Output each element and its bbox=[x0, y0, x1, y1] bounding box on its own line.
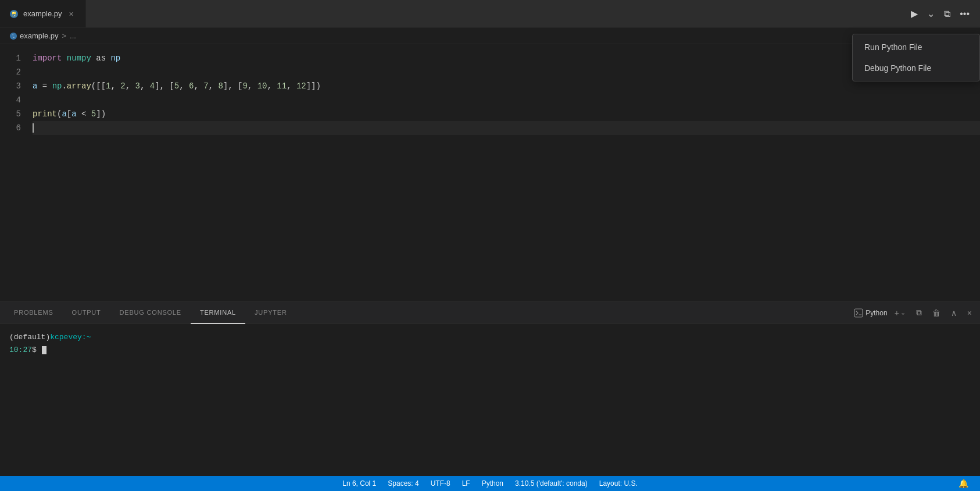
tab-jupyter[interactable]: JUPYTER bbox=[245, 302, 296, 324]
terminal-cursor bbox=[42, 346, 47, 354]
terminal-space bbox=[37, 344, 41, 357]
panel-right-actions: Python + ⌄ ⧉ 🗑 ∧ × bbox=[854, 305, 975, 320]
status-layout[interactable]: Layout: U.S. bbox=[593, 476, 643, 491]
tab-problems[interactable]: PROBLEMS bbox=[5, 302, 63, 324]
run-button[interactable]: ▶ bbox=[907, 6, 921, 22]
panel-tab-bar: PROBLEMS OUTPUT DEBUG CONSOLE TERMINAL J… bbox=[0, 302, 980, 324]
add-chevron-icon: ⌄ bbox=[900, 309, 906, 316]
svg-rect-6 bbox=[854, 309, 863, 317]
breadcrumb: example.py > ... bbox=[0, 28, 980, 44]
editor-area: 1 2 3 4 5 6 import numpy as np a bbox=[0, 44, 980, 301]
code-line-4 bbox=[33, 93, 980, 107]
svg-point-5 bbox=[13, 37, 14, 37]
breadcrumb-separator: > bbox=[62, 31, 66, 40]
tab-debug-console[interactable]: DEBUG CONSOLE bbox=[110, 302, 191, 324]
breadcrumb-python-icon bbox=[9, 32, 17, 40]
tab-list: example.py × bbox=[0, 0, 86, 27]
chevron-down-icon: ⌄ bbox=[927, 8, 935, 19]
close-panel-button[interactable]: × bbox=[964, 306, 975, 320]
terminal-content[interactable]: (default) kcpevey:~ 10:27 $ bbox=[0, 324, 980, 476]
tab-terminal[interactable]: TERMINAL bbox=[191, 302, 245, 324]
code-content[interactable]: import numpy as np a = np . array ([[ 1 … bbox=[28, 44, 980, 301]
svg-point-3 bbox=[10, 32, 17, 39]
code-line-5: print ( a [ a < 5 ]) bbox=[33, 107, 980, 121]
code-line-6[interactable] bbox=[33, 121, 980, 135]
tab-close-button[interactable]: × bbox=[66, 8, 76, 20]
toolbar-right: ▶ ⌄ ⧉ ••• Run Python File Debug Python F… bbox=[907, 6, 980, 22]
line-numbers: 1 2 3 4 5 6 bbox=[0, 44, 28, 301]
bottom-panel: PROBLEMS OUTPUT DEBUG CONSOLE TERMINAL J… bbox=[0, 301, 980, 476]
status-items: Ln 6, Col 1 Spaces: 4 UTF-8 LF Python 3.… bbox=[337, 476, 643, 491]
svg-point-1 bbox=[13, 12, 13, 12]
run-icon: ▶ bbox=[911, 8, 918, 19]
breadcrumb-ellipsis[interactable]: ... bbox=[70, 31, 76, 40]
trash-icon: 🗑 bbox=[932, 308, 940, 318]
close-icon: × bbox=[967, 308, 972, 318]
python-file-icon bbox=[9, 9, 19, 19]
status-spaces[interactable]: Spaces: 4 bbox=[382, 476, 424, 491]
keyword-import: import bbox=[33, 51, 62, 65]
code-line-1: import numpy as np bbox=[33, 51, 980, 65]
more-icon: ••• bbox=[960, 9, 970, 19]
alias-np: np bbox=[110, 51, 120, 65]
up-icon: ∧ bbox=[951, 308, 957, 318]
tab-filename: example.py bbox=[23, 9, 62, 18]
status-right: 🔔 bbox=[954, 479, 973, 488]
terminal-username: kcpevey:~ bbox=[50, 331, 91, 344]
tab-example-py[interactable]: example.py × bbox=[0, 0, 86, 27]
terminal-line-1: (default) kcpevey:~ bbox=[9, 331, 971, 344]
python-label: Python bbox=[865, 309, 887, 317]
code-container: 1 2 3 4 5 6 import numpy as np a bbox=[0, 44, 980, 301]
split-editor-button[interactable]: ⧉ bbox=[940, 6, 954, 22]
status-bar: Ln 6, Col 1 Spaces: 4 UTF-8 LF Python 3.… bbox=[0, 476, 980, 491]
status-eol[interactable]: LF bbox=[456, 476, 476, 491]
split-icon: ⧉ bbox=[944, 9, 950, 19]
terminal-default-label: (default) bbox=[9, 331, 50, 344]
panel-tabs-list: PROBLEMS OUTPUT DEBUG CONSOLE TERMINAL J… bbox=[5, 302, 296, 324]
status-language[interactable]: Python bbox=[476, 476, 509, 491]
terminal-indicator: Python bbox=[854, 308, 887, 318]
svg-point-4 bbox=[13, 34, 13, 35]
editor-scrollbar[interactable] bbox=[974, 44, 980, 301]
text-cursor bbox=[33, 123, 34, 133]
terminal-line-2: 10:27 $ bbox=[9, 344, 971, 357]
tab-output[interactable]: OUTPUT bbox=[63, 302, 110, 324]
terminal-prompt: $ bbox=[32, 344, 37, 357]
run-dropdown-button[interactable]: ⌄ bbox=[924, 6, 938, 22]
more-actions-button[interactable]: ••• bbox=[956, 6, 973, 22]
run-dropdown-menu: Run Python File Debug Python File bbox=[852, 34, 980, 81]
notification-bell-button[interactable]: 🔔 bbox=[954, 479, 973, 488]
kill-terminal-button[interactable]: 🗑 bbox=[929, 306, 944, 320]
lib-numpy: numpy bbox=[67, 51, 91, 65]
status-line-col[interactable]: Ln 6, Col 1 bbox=[337, 476, 382, 491]
split-terminal-icon: ⧉ bbox=[916, 308, 922, 318]
debug-python-file-item[interactable]: Debug Python File bbox=[853, 58, 979, 79]
add-icon: + bbox=[895, 308, 899, 318]
code-line-2 bbox=[33, 65, 980, 79]
split-terminal-button[interactable]: ⧉ bbox=[913, 305, 925, 320]
status-python-version[interactable]: 3.10.5 ('default': conda) bbox=[509, 476, 593, 491]
terminal-icon bbox=[854, 308, 863, 318]
keyword-as: as bbox=[96, 51, 106, 65]
code-line-3: a = np . array ([[ 1 , 2 , 3 , 4 ], [ 5 … bbox=[33, 79, 980, 93]
status-encoding[interactable]: UTF-8 bbox=[425, 476, 456, 491]
terminal-time: 10:27 bbox=[9, 344, 32, 357]
run-python-file-item[interactable]: Run Python File bbox=[853, 37, 979, 58]
svg-point-2 bbox=[14, 15, 15, 15]
maximize-panel-button[interactable]: ∧ bbox=[947, 306, 960, 320]
add-terminal-button[interactable]: + ⌄ bbox=[891, 306, 909, 320]
tab-bar: example.py × ▶ ⌄ ⧉ ••• Run Python File D… bbox=[0, 0, 980, 28]
breadcrumb-filename[interactable]: example.py bbox=[20, 31, 58, 40]
